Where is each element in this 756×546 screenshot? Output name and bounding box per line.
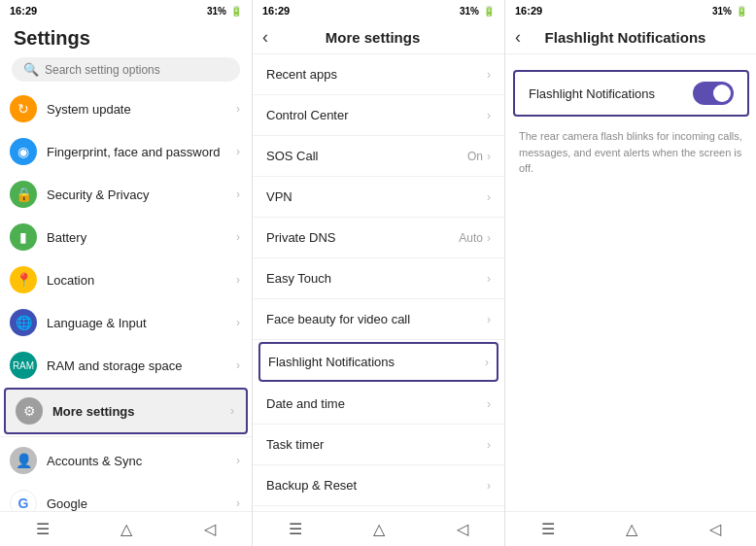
language-icon: 🌐 bbox=[10, 309, 37, 336]
list-item-backup-reset[interactable]: Backup & Reset › bbox=[253, 465, 504, 506]
time-mid: 16:29 bbox=[262, 5, 290, 17]
battery-mid: 31% bbox=[460, 6, 479, 17]
settings-panel: 16:29 31% 🔋 Settings 🔍 ↻ System update ›… bbox=[0, 0, 253, 546]
back-icon-left[interactable]: ◁ bbox=[204, 520, 216, 538]
face-beauty-label: Face beauty for video call bbox=[266, 312, 487, 326]
sidebar-item-fingerprint[interactable]: ◉ Fingerprint, face and password › bbox=[0, 130, 252, 173]
divider bbox=[0, 436, 252, 437]
chevron-icon: › bbox=[487, 397, 491, 411]
sidebar-item-security[interactable]: 🔒 Security & Privacy › bbox=[0, 173, 252, 216]
battery-left: 31% bbox=[207, 6, 226, 17]
flashlight-toggle[interactable] bbox=[693, 82, 734, 105]
bottom-nav-mid: ☰ △ ◁ bbox=[253, 511, 504, 546]
battery-icon-right: 🔋 bbox=[736, 6, 747, 17]
list-item-easy-touch[interactable]: Easy Touch › bbox=[253, 258, 504, 299]
more-settings-list: Recent apps › Control Center › SOS Call … bbox=[253, 54, 504, 511]
ram-icon: RAM bbox=[10, 352, 37, 379]
vpn-label: VPN bbox=[266, 189, 487, 204]
chevron-icon: › bbox=[236, 102, 240, 116]
sidebar-item-google[interactable]: G Google › bbox=[0, 482, 252, 511]
google-icon: G bbox=[10, 490, 37, 511]
flashlight-toggle-label: Flashlight Notifications bbox=[529, 86, 693, 101]
chevron-icon: › bbox=[236, 316, 240, 329]
menu-icon-right[interactable]: ☰ bbox=[541, 520, 555, 538]
menu-icon-left[interactable]: ☰ bbox=[36, 520, 50, 538]
menu-icon-mid[interactable]: ☰ bbox=[289, 520, 302, 538]
list-item-date-time[interactable]: Date and time › bbox=[253, 384, 504, 425]
list-item-private-dns[interactable]: Private DNS Auto › bbox=[253, 218, 504, 258]
sidebar-item-accounts[interactable]: 👤 Accounts & Sync › bbox=[0, 439, 252, 482]
battery-label: Battery bbox=[47, 230, 236, 245]
chevron-icon: › bbox=[236, 454, 240, 467]
control-center-label: Control Center bbox=[266, 108, 487, 122]
fingerprint-icon: ◉ bbox=[10, 138, 37, 165]
flashlight-content: Flashlight Notifications The rear camera… bbox=[505, 54, 756, 511]
status-icons-mid: 31% 🔋 bbox=[460, 6, 495, 17]
chevron-icon: › bbox=[487, 109, 491, 122]
settings-title: Settings bbox=[14, 27, 238, 50]
recent-apps-label: Recent apps bbox=[266, 67, 487, 82]
location-label: Location bbox=[47, 273, 236, 288]
sidebar-item-battery[interactable]: ▮ Battery › bbox=[0, 216, 252, 258]
sos-call-label: SOS Call bbox=[266, 149, 467, 163]
sidebar-item-ram[interactable]: RAM RAM and storage space › bbox=[0, 344, 252, 387]
system-update-icon: ↻ bbox=[10, 95, 37, 122]
battery-icon: ▮ bbox=[10, 223, 37, 251]
search-input[interactable] bbox=[45, 63, 228, 77]
settings-list: ↻ System update › ◉ Fingerprint, face an… bbox=[0, 87, 252, 511]
home-icon-mid[interactable]: △ bbox=[373, 520, 385, 538]
home-icon-right[interactable]: △ bbox=[626, 520, 637, 538]
easy-touch-label: Easy Touch bbox=[266, 271, 487, 286]
system-update-label: System update bbox=[47, 102, 236, 117]
back-button-mid[interactable]: ‹ bbox=[262, 27, 268, 48]
bottom-nav-right: ☰ △ ◁ bbox=[505, 511, 756, 546]
chevron-icon: › bbox=[230, 404, 234, 418]
chevron-icon: › bbox=[487, 272, 491, 286]
sidebar-item-more-settings[interactable]: ⚙ More settings › bbox=[4, 388, 248, 434]
more-settings-icon: ⚙ bbox=[16, 397, 43, 425]
flashlight-toggle-row: Flashlight Notifications bbox=[513, 70, 749, 117]
chevron-icon: › bbox=[236, 230, 240, 244]
settings-header: Settings bbox=[0, 21, 252, 57]
back-icon-mid[interactable]: ◁ bbox=[457, 520, 468, 538]
more-settings-header: ‹ More settings bbox=[253, 21, 504, 54]
chevron-icon: › bbox=[236, 358, 240, 372]
search-icon: 🔍 bbox=[23, 62, 39, 77]
back-button-right[interactable]: ‹ bbox=[515, 27, 521, 48]
language-label: Language & Input bbox=[47, 316, 236, 330]
accounts-label: Accounts & Sync bbox=[47, 454, 236, 468]
home-icon-left[interactable]: △ bbox=[120, 520, 132, 538]
back-icon-right[interactable]: ◁ bbox=[709, 520, 721, 538]
location-icon: 📍 bbox=[10, 266, 37, 293]
chevron-icon: › bbox=[487, 68, 491, 82]
accounts-icon: 👤 bbox=[10, 447, 37, 474]
list-item-sos-call[interactable]: SOS Call On › bbox=[253, 136, 504, 177]
list-item-face-beauty[interactable]: Face beauty for video call › bbox=[253, 299, 504, 340]
security-icon: 🔒 bbox=[10, 181, 37, 208]
private-dns-label: Private DNS bbox=[266, 230, 459, 245]
list-item-control-center[interactable]: Control Center › bbox=[253, 95, 504, 136]
chevron-icon: › bbox=[487, 231, 491, 245]
list-item-flashlight[interactable]: Flashlight Notifications › bbox=[258, 342, 498, 382]
backup-reset-label: Backup & Reset bbox=[266, 478, 487, 493]
sidebar-item-system-update[interactable]: ↻ System update › bbox=[0, 87, 252, 130]
search-bar[interactable]: 🔍 bbox=[12, 57, 240, 82]
status-icons-left: 31% 🔋 bbox=[207, 6, 242, 17]
list-item-vpn[interactable]: VPN › bbox=[253, 177, 504, 218]
battery-right: 31% bbox=[712, 6, 732, 17]
security-label: Security & Privacy bbox=[47, 188, 236, 202]
list-item-task-timer[interactable]: Task timer › bbox=[253, 425, 504, 465]
list-item-recent-apps[interactable]: Recent apps › bbox=[253, 54, 504, 95]
sidebar-item-location[interactable]: 📍 Location › bbox=[0, 258, 252, 301]
sidebar-item-language[interactable]: 🌐 Language & Input › bbox=[0, 301, 252, 344]
status-bar-left: 16:29 31% 🔋 bbox=[0, 0, 252, 21]
sos-call-value: On bbox=[467, 150, 483, 163]
flashlight-description: The rear camera flash blinks for incomin… bbox=[505, 122, 756, 187]
battery-icon-left: 🔋 bbox=[230, 6, 242, 17]
flashlight-title: Flashlight Notifications bbox=[529, 29, 747, 46]
ram-label: RAM and storage space bbox=[47, 358, 236, 373]
more-settings-label: More settings bbox=[52, 404, 230, 419]
time-left: 16:29 bbox=[10, 5, 37, 17]
more-settings-panel: 16:29 31% 🔋 ‹ More settings Recent apps … bbox=[253, 0, 505, 546]
chevron-icon: › bbox=[236, 188, 240, 201]
